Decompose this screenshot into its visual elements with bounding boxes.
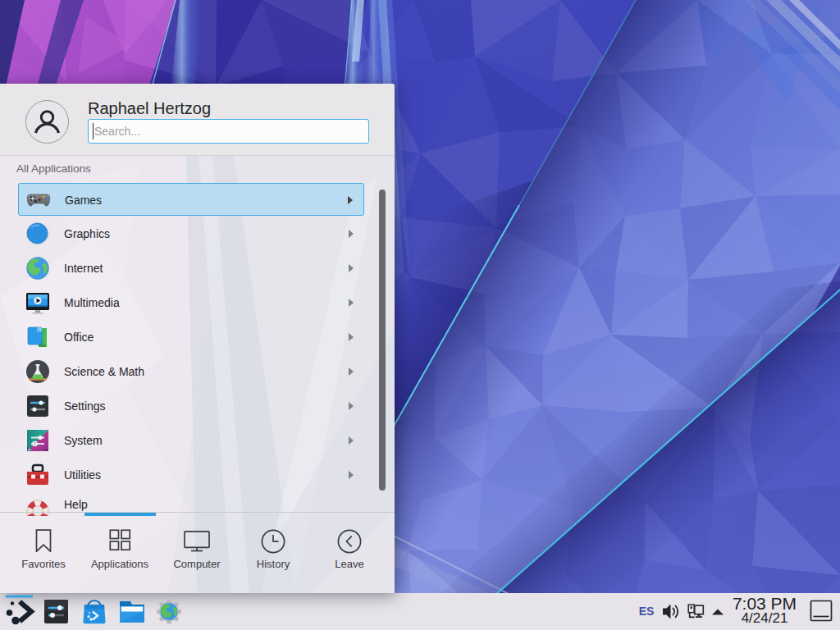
svg-text:ES: ES	[639, 605, 655, 618]
svg-text:4/24/21: 4/24/21	[742, 610, 788, 626]
